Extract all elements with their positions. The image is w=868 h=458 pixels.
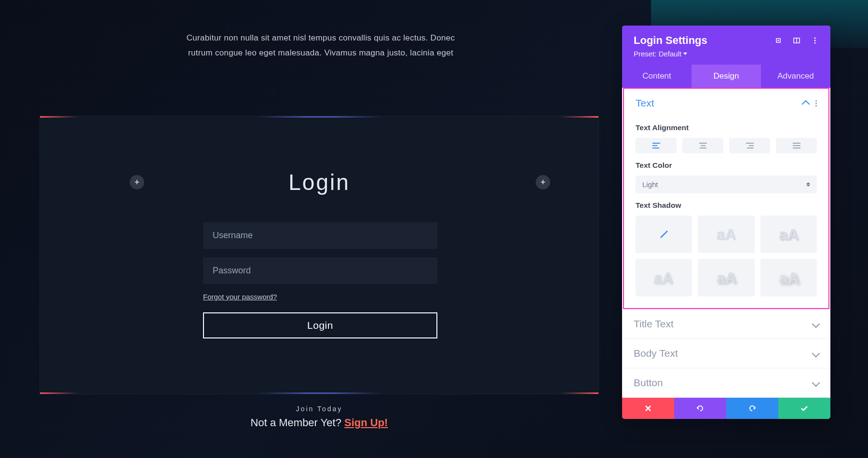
close-icon	[645, 405, 651, 412]
login-button[interactable]: Login	[203, 312, 437, 338]
shadow-none-button[interactable]	[636, 216, 692, 253]
section-button-label: Button	[634, 377, 663, 389]
shadow-option-5[interactable]: aA	[760, 259, 817, 296]
select-arrows-icon	[806, 182, 810, 187]
align-justify-button[interactable]	[776, 138, 817, 153]
snap-icon[interactable]	[793, 37, 800, 44]
chevron-down-icon	[812, 379, 820, 387]
svg-point-4	[814, 38, 816, 39]
shadow-option-2[interactable]: aA	[760, 216, 817, 253]
shadow-preview: aA	[654, 269, 674, 287]
cancel-button[interactable]	[622, 398, 674, 419]
text-color-value: Light	[642, 180, 658, 189]
panel-header: Login Settings Preset: Default	[622, 26, 830, 65]
svg-point-5	[814, 40, 816, 41]
shadow-options: aA aA aA aA aA	[636, 216, 817, 296]
panel-title: Login Settings	[634, 34, 707, 47]
shadow-preview: aA	[779, 269, 799, 287]
align-right-button[interactable]	[729, 138, 770, 153]
join-tagline: Join Today	[40, 405, 599, 413]
settings-panel: Login Settings Preset: Default Content D…	[622, 26, 830, 419]
expand-icon[interactable]	[774, 37, 782, 44]
section-text-title[interactable]: Text	[636, 97, 654, 109]
join-question: Not a Member Yet?	[251, 417, 341, 429]
panel-footer	[622, 398, 830, 419]
login-title: Login	[288, 169, 350, 195]
tab-design[interactable]: Design	[692, 65, 761, 88]
alignment-label: Text Alignment	[636, 123, 817, 132]
login-form: Username Password Forgot your password? …	[203, 222, 437, 338]
shadow-option-4[interactable]: aA	[698, 259, 754, 296]
chevron-down-icon	[683, 53, 687, 55]
login-card: + Login + Username Password Forgot your …	[40, 116, 599, 394]
section-more-icon[interactable]	[815, 100, 817, 107]
align-left-button[interactable]	[636, 138, 677, 153]
preset-selector[interactable]: Preset: Default	[634, 50, 819, 65]
svg-line-20	[661, 231, 667, 238]
alignment-buttons	[636, 138, 817, 153]
text-color-label: Text Color	[636, 161, 817, 170]
chevron-down-icon	[812, 350, 820, 358]
chevron-up-icon[interactable]	[802, 100, 810, 108]
preset-label: Preset: Default	[634, 50, 681, 58]
text-color-select[interactable]: Light	[636, 175, 817, 193]
forgot-password-link[interactable]: Forgot your password?	[203, 293, 277, 301]
undo-icon	[696, 404, 705, 413]
redo-button[interactable]	[726, 398, 778, 419]
add-module-left-button[interactable]: +	[130, 175, 144, 189]
more-icon[interactable]	[811, 37, 819, 44]
save-button[interactable]	[778, 398, 830, 419]
panel-tabs: Content Design Advanced	[622, 65, 830, 88]
check-icon	[800, 405, 808, 412]
text-shadow-label: Text Shadow	[636, 201, 817, 210]
password-input[interactable]: Password	[203, 257, 437, 284]
shadow-option-3[interactable]: aA	[636, 259, 692, 296]
shadow-preview: aA	[717, 269, 736, 287]
section-body-text[interactable]: Body Text	[622, 339, 830, 368]
svg-point-6	[814, 42, 816, 44]
align-center-button[interactable]	[682, 138, 723, 153]
chevron-down-icon	[812, 320, 820, 328]
redo-icon	[748, 404, 757, 413]
username-input[interactable]: Username	[203, 222, 437, 249]
shadow-option-1[interactable]: aA	[698, 216, 754, 253]
section-body-text-label: Body Text	[634, 348, 678, 359]
signup-link[interactable]: Sign Up!	[344, 417, 388, 429]
section-button[interactable]: Button	[622, 368, 830, 397]
no-shadow-icon	[658, 229, 670, 240]
join-block: Join Today Not a Member Yet? Sign Up!	[40, 405, 599, 429]
section-title-text[interactable]: Title Text	[622, 310, 830, 338]
section-text: Text Text Alignment	[622, 88, 830, 310]
shadow-preview: aA	[717, 226, 736, 243]
shadow-preview: aA	[779, 226, 799, 243]
section-title-text-label: Title Text	[634, 318, 674, 330]
panel-body: Text Text Alignment	[622, 88, 830, 398]
intro-text: Curabitur non nulla sit amet nisl tempus…	[174, 31, 468, 60]
tab-advanced[interactable]: Advanced	[761, 65, 830, 88]
add-module-right-button[interactable]: +	[536, 175, 550, 189]
tab-content[interactable]: Content	[622, 65, 692, 88]
undo-button[interactable]	[674, 398, 726, 419]
svg-point-1	[778, 40, 779, 41]
